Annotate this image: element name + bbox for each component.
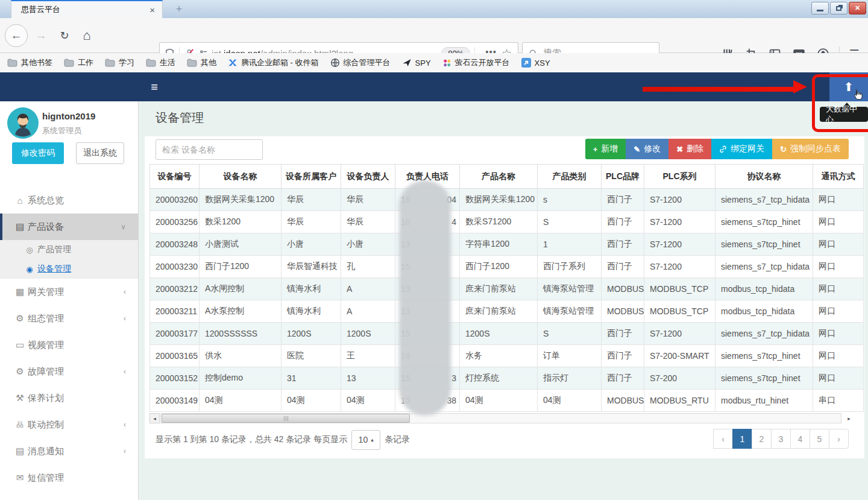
home-button[interactable]: ⌂ [78, 27, 95, 44]
column-header[interactable]: 协议名称 [715, 165, 813, 189]
book-icon: ▤ [13, 221, 27, 232]
bookmarks-bar: 其他书签 工作 学习 生活 其他 [0, 53, 868, 72]
column-header[interactable]: 设备编号 [150, 165, 200, 189]
page-button[interactable]: 3 [771, 429, 791, 449]
pagination-info: 显示第 1 到第 10 条记录，总共 42 条记录 每页显示 10 ▴ 条记录 [156, 429, 410, 450]
link-icon [719, 145, 727, 153]
change-password-button[interactable]: 修改密码 [12, 142, 64, 164]
column-header[interactable]: 通讯方式 [813, 165, 864, 189]
table-row[interactable]: 200003211 A水泵控制 镇海水利 A 13 庶来门前泵站 镇海泵站管理 … [150, 300, 864, 323]
sitemap-icon: 品 [13, 420, 27, 430]
column-header[interactable]: 设备所属客户 [281, 165, 341, 189]
column-header[interactable]: 设备负责人 [341, 165, 395, 189]
chevron-left-icon: ‹ [124, 420, 126, 429]
bookmark-folder[interactable]: 其他 [187, 57, 216, 68]
device-panel: +新增 ✎修改 ✖删除 绑定网关 ↻强制同步点表 设备编号设备名称设备所属客户设… [145, 136, 864, 458]
column-header[interactable]: PLC系列 [644, 165, 715, 189]
table-row[interactable]: 200003212 A水闸控制 镇海水利 A 13 庶来门前泵站 镇海泵站管理 … [150, 278, 864, 300]
edit-button[interactable]: ✎修改 [626, 139, 668, 159]
table-row[interactable]: 200003152 控制demo 31 13 153 灯控系统 指示灯 西门子 … [150, 367, 864, 390]
force-sync-button[interactable]: ↻强制同步点表 [772, 139, 849, 159]
sidebar-item-products[interactable]: ▤ 产品设备 ∨ [0, 214, 138, 240]
sidebar-item-video[interactable]: ▭ 视频管理 [0, 332, 138, 358]
window-controls: ✕ [811, 2, 866, 14]
page-button[interactable]: 2 [752, 429, 772, 449]
cell-plc-series: S7-1200 [644, 233, 715, 256]
sidebar-item-overview[interactable]: ⌂ 系统总览 [0, 187, 138, 214]
page-button[interactable]: 5 [810, 429, 829, 449]
column-header[interactable]: 产品名称 [460, 165, 538, 189]
cell-product: 灯控系统 [460, 367, 538, 390]
cell-device-name: 西门子1200 [200, 256, 281, 278]
bookmark-link-spy[interactable]: SPY [402, 58, 431, 68]
sidebar-toggle-icon[interactable]: ≡ [145, 72, 163, 101]
reload-button[interactable]: ↻ [57, 28, 72, 43]
forward-button[interactable]: → [33, 30, 49, 42]
logout-button[interactable]: 退出系统 [76, 142, 124, 164]
add-button[interactable]: +新增 [585, 139, 626, 159]
bind-gateway-button[interactable]: 绑定网关 [711, 139, 772, 159]
sidebar-item-product-mgmt[interactable]: ◎ 产品管理 [0, 240, 138, 259]
bookmark-link-mgmt[interactable]: 综合管理平台 [330, 57, 391, 68]
bookmark-link-xsy[interactable]: XSY [521, 58, 550, 68]
page-button[interactable]: ‹ [713, 429, 733, 449]
close-button[interactable]: ✕ [849, 2, 866, 14]
table-row[interactable]: 200003248 小唐测试 小唐 小唐 13 字符串1200 1 西门子 S7… [150, 233, 864, 256]
cell-plc-brand: 西门子 [602, 256, 644, 278]
page-button[interactable]: 1 [732, 429, 752, 449]
sidebar-item-linkage[interactable]: 品 联动控制 ‹ [0, 411, 138, 438]
scroll-left-button[interactable]: ◂ [149, 413, 160, 423]
column-header[interactable]: PLC品牌 [602, 165, 644, 189]
cell-category: 西门子系列 [538, 256, 602, 278]
sidebar-item-device-mgmt[interactable]: ◉ 设备管理 [0, 259, 138, 279]
scrollbar-thumb[interactable] [162, 414, 410, 423]
minimize-button[interactable] [811, 2, 829, 14]
device-search-input[interactable] [156, 139, 263, 160]
sidebar-item-maintenance[interactable]: ⚒ 保养计划 [0, 385, 138, 411]
table-row[interactable]: 200003177 1200SSSSSS 1200S 1200S 15 1200… [150, 323, 864, 345]
restore-button[interactable] [830, 2, 848, 14]
cell-plc-brand: MODBUS [602, 300, 644, 323]
cell-owner: 小唐 [341, 233, 395, 256]
cell-owner: A [341, 300, 395, 323]
bookmark-folder[interactable]: 其他书签 [7, 57, 52, 68]
cell-protocol: siemens_s7_tcp_hidata [715, 189, 813, 211]
table-row[interactable]: 200003256 数采1200 华辰 华辰 184 数采S71200 S 西门… [150, 211, 864, 233]
avatar[interactable] [7, 107, 39, 139]
bookmark-label: XSY [535, 59, 550, 68]
folder-icon [187, 59, 197, 67]
column-header[interactable]: 产品类别 [538, 165, 602, 189]
bookmark-link-mail[interactable]: 腾讯企业邮箱 - 收件箱 [228, 57, 319, 68]
horizontal-scrollbar[interactable]: ◂ ▸ [149, 413, 863, 423]
table-row[interactable]: 200003165 供水 医院 王 18 水务 订单 西门子 S7-200-SM… [150, 345, 864, 367]
page-size-select[interactable]: 10 ▴ [351, 430, 380, 450]
back-button[interactable]: ← [5, 24, 28, 47]
sidebar-item-scada[interactable]: ⚙ 组态管理 ‹ [0, 305, 138, 332]
scroll-right-button[interactable]: ▸ [844, 413, 854, 423]
page-button[interactable]: 4 [790, 429, 810, 449]
tab-close-icon[interactable]: × [148, 5, 156, 15]
cell-plc-series: S7-1200 [644, 323, 715, 345]
browser-tab[interactable]: 思普云平台 × [11, 0, 163, 18]
cell-device-id: 200003260 [150, 189, 200, 211]
sidebar-item-sms[interactable]: ✉ 短信管理 [0, 464, 138, 491]
page-button[interactable]: › [829, 429, 849, 449]
bookmark-folder[interactable]: 生活 [146, 57, 175, 68]
bookmark-folder[interactable]: 工作 [64, 57, 93, 68]
table-row[interactable]: 200003260 数据网关采集1200 华辰 华辰 1804 数据网关采集12… [150, 189, 864, 211]
sidebar-item-faults[interactable]: ⚙ 故障管理 ‹ [0, 358, 138, 385]
cell-device-name: 1200SSSSSS [200, 323, 281, 345]
new-tab-button[interactable]: + [171, 2, 187, 17]
column-header[interactable]: 设备名称 [200, 165, 281, 189]
table-row[interactable]: 200003230 西门子1200 华辰智通科技 孔 15 西门子1200 西门… [150, 256, 864, 278]
bookmark-label: 生活 [160, 57, 175, 68]
delete-button[interactable]: ✖删除 [668, 139, 711, 159]
sidebar-item-gateway[interactable]: ▦ 网关管理 ‹ [0, 279, 138, 305]
bookmark-link-ezviz[interactable]: 萤石云开放平台 [442, 57, 510, 68]
bookmark-label: 综合管理平台 [344, 57, 391, 68]
table-row[interactable]: 200003149 04测 04测 04测 1538 04测 04测 MODBU… [150, 390, 864, 412]
cell-comm: 网口 [813, 300, 864, 323]
sidebar-item-notifications[interactable]: ▤ 消息通知 ‹ [0, 438, 138, 464]
cell-customer: 31 [281, 367, 341, 390]
bookmark-folder[interactable]: 学习 [105, 57, 134, 68]
